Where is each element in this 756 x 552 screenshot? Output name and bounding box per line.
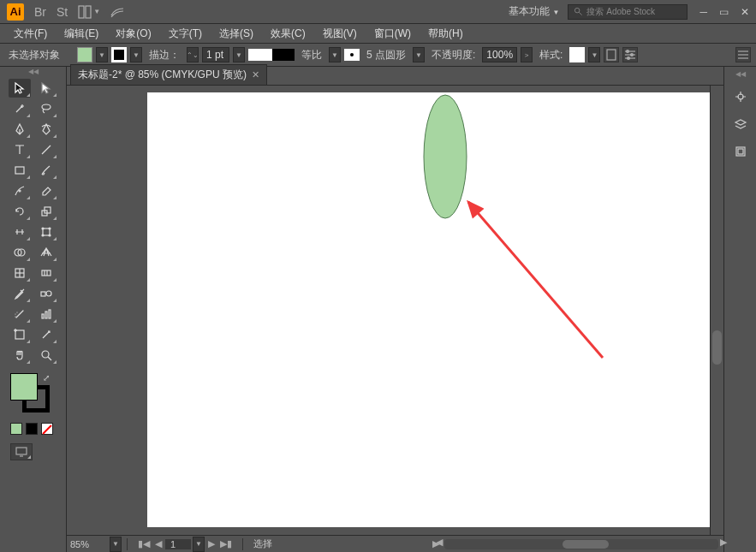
properties-panel-icon[interactable] xyxy=(731,87,750,106)
svg-point-8 xyxy=(627,50,629,53)
first-artboard-icon[interactable]: ▮◀ xyxy=(136,538,152,549)
workspace-switcher[interactable]: 基本功能 ▼ xyxy=(509,4,559,19)
none-mode-icon[interactable] xyxy=(41,423,53,435)
style-dropdown[interactable]: ▼ xyxy=(588,47,600,62)
lasso-tool[interactable] xyxy=(35,99,57,118)
canvas[interactable] xyxy=(67,86,710,535)
prev-artboard-icon[interactable]: ◀ xyxy=(153,538,164,549)
stock-icon[interactable]: St xyxy=(57,5,68,19)
svg-rect-43 xyxy=(16,448,27,454)
rectangle-tool[interactable] xyxy=(9,161,31,180)
brush-label: 5 点圆形 xyxy=(366,48,406,62)
artboard[interactable] xyxy=(147,92,710,527)
fill-swatch[interactable] xyxy=(77,47,92,62)
zoom-level[interactable]: 85% xyxy=(67,539,110,549)
fill-dropdown[interactable]: ▼ xyxy=(96,47,108,62)
symbol-sprayer-tool[interactable] xyxy=(9,305,31,323)
document-tab[interactable]: 未标题-2* @ 85% (CMYK/GPU 预览) ✕ xyxy=(70,64,267,85)
free-transform-tool[interactable] xyxy=(35,223,57,241)
menu-effect[interactable]: 效果(C) xyxy=(262,25,314,43)
artboard-dropdown[interactable]: ▼ xyxy=(193,537,205,552)
libraries-panel-icon[interactable] xyxy=(731,142,750,161)
close-button[interactable]: ✕ xyxy=(741,6,749,18)
fill-stroke-control[interactable]: ⤢ xyxy=(10,373,55,418)
stroke-swatch[interactable] xyxy=(111,47,127,62)
menu-view[interactable]: 视图(V) xyxy=(314,25,366,43)
direct-selection-tool[interactable] xyxy=(35,79,57,98)
swap-fill-stroke-icon[interactable]: ⤢ xyxy=(43,373,50,383)
menu-edit[interactable]: 编辑(E) xyxy=(56,25,107,43)
gradient-mode-icon[interactable] xyxy=(26,423,38,435)
shaper-tool[interactable] xyxy=(9,181,31,200)
stroke-weight-down[interactable]: ⌃⌄ xyxy=(187,47,199,62)
brush-preview[interactable] xyxy=(344,49,360,61)
eraser-tool[interactable] xyxy=(35,181,57,200)
hand-tool[interactable] xyxy=(9,346,31,365)
type-tool[interactable] xyxy=(9,140,31,159)
selection-tool[interactable] xyxy=(9,79,31,98)
opacity-dropdown[interactable]: > xyxy=(521,47,533,62)
next-artboard-icon[interactable]: ▶ xyxy=(206,538,217,549)
stroke-profile[interactable] xyxy=(248,49,295,61)
arrange-docs-icon[interactable]: ▼ xyxy=(78,5,100,19)
stroke-dropdown[interactable]: ▼ xyxy=(130,47,142,62)
brush-dropdown[interactable]: ▼ xyxy=(413,47,425,62)
scroll-right-icon[interactable]: ▶ xyxy=(718,537,729,548)
profile-dropdown[interactable]: ▼ xyxy=(329,47,341,62)
menu-help[interactable]: 帮助(H) xyxy=(420,25,472,43)
layers-panel-icon[interactable] xyxy=(731,115,750,134)
align-icon[interactable] xyxy=(735,47,751,62)
menu-file[interactable]: 文件(F) xyxy=(5,25,56,43)
menu-window[interactable]: 窗口(W) xyxy=(366,25,420,43)
last-artboard-icon[interactable]: ▶▮ xyxy=(218,538,234,549)
vertical-scrollbar[interactable] xyxy=(710,86,723,535)
screen-mode-icon[interactable] xyxy=(10,443,33,460)
perspective-grid-tool[interactable] xyxy=(35,243,57,262)
curvature-tool[interactable] xyxy=(35,120,57,139)
slice-tool[interactable] xyxy=(35,325,57,344)
preferences-icon[interactable] xyxy=(622,47,638,62)
blend-tool[interactable] xyxy=(35,284,57,303)
line-tool[interactable] xyxy=(35,140,57,159)
close-tab-icon[interactable]: ✕ xyxy=(252,69,259,80)
horizontal-scrollbar[interactable]: ◀ ▶ xyxy=(444,539,718,549)
shape-builder-tool[interactable] xyxy=(9,243,31,262)
svg-point-23 xyxy=(42,234,44,236)
artboard-tool[interactable] xyxy=(9,325,31,344)
bridge-icon[interactable]: Br xyxy=(34,5,46,19)
zoom-dropdown[interactable]: ▼ xyxy=(110,537,122,552)
control-bar: 未选择对象 ▼ ▼ 描边： ⌃⌄ 1 pt ▼ 等比 ▼ 5 点圆形 ▼ 不透明… xyxy=(0,43,756,67)
search-input[interactable]: 搜索 Adobe Stock xyxy=(568,4,688,20)
gpu-icon[interactable] xyxy=(110,5,124,19)
zoom-tool[interactable] xyxy=(35,346,57,365)
scale-tool[interactable] xyxy=(35,202,57,221)
magic-wand-tool[interactable] xyxy=(9,99,31,118)
pen-tool[interactable] xyxy=(9,120,31,139)
width-tool[interactable] xyxy=(9,223,31,241)
opacity-input[interactable]: 100% xyxy=(482,47,517,62)
paintbrush-tool[interactable] xyxy=(35,161,57,180)
toolbar-collapse-icon[interactable]: ◀◀ xyxy=(0,67,66,75)
svg-rect-1 xyxy=(86,6,91,18)
minimize-button[interactable]: ─ xyxy=(699,6,707,18)
stroke-weight-input[interactable]: 1 pt xyxy=(202,47,229,62)
eyedropper-tool[interactable] xyxy=(9,284,31,303)
menu-select[interactable]: 选择(S) xyxy=(211,25,262,43)
h-scrollbar-thumb[interactable] xyxy=(563,540,609,549)
scroll-left-icon[interactable]: ◀ xyxy=(434,537,444,548)
ellipse-shape[interactable] xyxy=(424,95,467,218)
rotate-tool[interactable] xyxy=(9,202,31,221)
style-swatch[interactable] xyxy=(569,47,585,62)
scrollbar-thumb[interactable] xyxy=(712,330,722,365)
artboard-number[interactable]: 1 xyxy=(165,539,191,549)
color-mode-icon[interactable] xyxy=(10,423,22,435)
gradient-tool[interactable] xyxy=(35,264,57,282)
menu-object[interactable]: 对象(O) xyxy=(107,25,159,43)
doc-setup-icon[interactable] xyxy=(604,47,619,62)
rightpanel-expand-icon[interactable]: ◀◀ xyxy=(735,70,746,79)
menu-type[interactable]: 文字(T) xyxy=(160,25,211,43)
maximize-button[interactable]: ▭ xyxy=(719,6,729,18)
mesh-tool[interactable] xyxy=(9,264,31,282)
column-graph-tool[interactable] xyxy=(35,305,57,323)
stroke-weight-dropdown[interactable]: ▼ xyxy=(233,47,245,62)
